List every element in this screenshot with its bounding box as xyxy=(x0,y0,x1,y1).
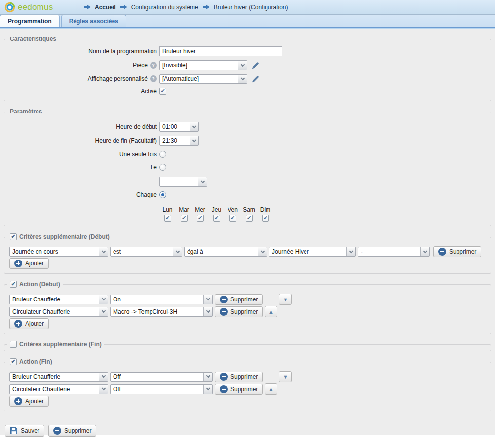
edit-pencil-icon[interactable] xyxy=(251,75,260,83)
start-time-select[interactable]: 01:00 xyxy=(159,122,199,132)
chevron-down-icon[interactable] xyxy=(238,75,247,83)
section-criteres-fin: Critères supplémentaire (Fin) xyxy=(4,341,491,351)
display-select[interactable]: [Automatique] xyxy=(159,74,247,84)
chevron-down-icon[interactable] xyxy=(99,385,108,394)
section-caracteristiques-legend: Caractéristiques xyxy=(7,36,59,42)
once-radio[interactable] xyxy=(159,151,166,158)
day-mar: Mar xyxy=(176,206,192,222)
day-jeu-checkbox[interactable] xyxy=(213,215,220,222)
day-mar-checkbox[interactable] xyxy=(181,215,188,222)
day-dim-checkbox[interactable] xyxy=(262,215,269,222)
action-value-select[interactable]: On xyxy=(110,295,213,304)
room-select[interactable]: [Invisible] xyxy=(159,60,247,70)
chevron-down-icon[interactable] xyxy=(190,136,198,145)
chevron-down-icon[interactable] xyxy=(258,247,267,256)
chevron-down-icon[interactable] xyxy=(203,385,212,394)
day-ven-checkbox[interactable] xyxy=(229,215,236,222)
active-checkbox[interactable] xyxy=(159,88,166,95)
delete-action-button[interactable]: Supprimer xyxy=(215,372,263,382)
logo-text: eedomus xyxy=(18,2,53,12)
criteria-device-select[interactable]: Journée en cours xyxy=(9,247,108,257)
action-device-select[interactable]: Bruleur Chaufferie xyxy=(9,295,108,304)
action-debut-checkbox[interactable] xyxy=(10,281,17,288)
move-down-button[interactable]: ▼ xyxy=(279,371,292,382)
delete-action-button[interactable]: Supprimer xyxy=(215,306,263,317)
on-date-radio[interactable] xyxy=(159,164,166,171)
help-icon[interactable] xyxy=(150,75,157,82)
action-fin-checkbox[interactable] xyxy=(10,358,17,365)
breadcrumb-item-current: Bruleur hiver (Configuration) xyxy=(214,4,288,11)
chevron-down-icon[interactable] xyxy=(99,247,108,256)
chevron-down-icon[interactable] xyxy=(99,295,108,304)
chevron-down-icon[interactable] xyxy=(190,122,198,131)
program-name-input[interactable] xyxy=(159,46,282,56)
criteria-verb-select[interactable]: est xyxy=(110,247,182,257)
add-action-button[interactable]: Ajouter xyxy=(9,318,49,329)
breadcrumb-arrow-icon xyxy=(83,4,91,10)
action-value-select[interactable]: Off xyxy=(110,372,213,382)
chevron-down-icon[interactable] xyxy=(203,295,212,304)
tab-regles-associees[interactable]: Règles associées xyxy=(61,15,126,27)
tab-bar: Programmation Règles associées xyxy=(0,15,495,28)
day-lun-checkbox[interactable] xyxy=(164,215,171,222)
tab-programmation[interactable]: Programmation xyxy=(0,15,60,27)
move-up-button[interactable]: ▲ xyxy=(265,306,277,317)
chevron-down-icon[interactable] xyxy=(420,247,429,256)
chevron-down-icon[interactable] xyxy=(203,307,212,316)
eedomus-config-page: eedomus Accueil Configuration du système… xyxy=(0,0,495,448)
chevron-down-icon[interactable] xyxy=(238,61,247,70)
section-action-fin: Action (Fin) Bruleur Chaufferie Off Supp… xyxy=(4,358,491,411)
criteres-fin-checkbox[interactable] xyxy=(10,341,17,348)
room-label: Pièce xyxy=(9,62,157,69)
plus-circle-icon xyxy=(14,260,22,267)
action-value-select[interactable]: Macro -> TempCircul-3H xyxy=(110,307,213,317)
day-mer-checkbox[interactable] xyxy=(197,215,204,222)
section-action-debut: Action (Début) Bruleur Chaufferie On Sup… xyxy=(4,281,491,334)
eedomus-logo-icon xyxy=(4,2,15,13)
end-time-select[interactable]: 21:30 xyxy=(159,136,199,146)
section-parametres: Paramètres Heure de début 01:00 Heure de… xyxy=(4,108,491,226)
section-parametres-legend: Paramètres xyxy=(7,108,44,115)
delete-criteria-button[interactable]: Supprimer xyxy=(433,246,481,257)
help-icon[interactable] xyxy=(150,62,157,69)
action-device-select[interactable]: Circulateur Chaufferie xyxy=(9,307,108,317)
date-select[interactable] xyxy=(159,177,207,187)
breadcrumb-item-configuration[interactable]: Configuration du système xyxy=(131,4,198,11)
criteria-operator-select[interactable]: égal à xyxy=(184,247,267,257)
action-row: Circulateur Chaufferie Macro -> TempCirc… xyxy=(9,306,486,317)
start-time-label: Heure de début xyxy=(9,123,157,130)
edit-pencil-icon[interactable] xyxy=(251,61,260,70)
chevron-down-icon[interactable] xyxy=(203,373,212,381)
save-floppy-icon xyxy=(10,427,18,435)
section-criteres-debut-legend: Critères supplémentaire (Début) xyxy=(19,233,110,240)
criteria-value-select[interactable]: Journée Hiver xyxy=(269,247,356,257)
action-device-select[interactable]: Bruleur Chaufferie xyxy=(9,372,108,382)
action-value-select[interactable]: Off xyxy=(110,384,213,394)
delete-action-button[interactable]: Supprimer xyxy=(215,384,263,395)
chevron-down-icon[interactable] xyxy=(99,307,108,316)
minus-circle-icon xyxy=(220,308,228,316)
chevron-down-icon[interactable] xyxy=(99,373,108,381)
chevron-down-icon[interactable] xyxy=(173,247,182,256)
breadcrumb: Accueil Configuration du système Bruleur… xyxy=(83,4,288,11)
breadcrumb-item-accueil[interactable]: Accueil xyxy=(95,4,116,11)
delete-action-button[interactable]: Supprimer xyxy=(215,294,263,305)
section-criteres-debut: Critères supplémentaire (Début) Journée … xyxy=(4,233,491,274)
add-criteria-button[interactable]: Ajouter xyxy=(9,258,49,269)
eedomus-logo[interactable]: eedomus xyxy=(4,2,74,13)
day-sam-checkbox[interactable] xyxy=(246,215,253,222)
move-down-button[interactable]: ▼ xyxy=(279,294,292,305)
action-device-select[interactable]: Circulateur Chaufferie xyxy=(9,384,108,394)
day-sam: Sam xyxy=(241,206,257,222)
criteria-extra-select[interactable]: - xyxy=(358,247,430,257)
chevron-down-icon[interactable] xyxy=(198,177,207,186)
delete-program-button[interactable]: Supprimer xyxy=(48,425,96,437)
chevron-down-icon[interactable] xyxy=(346,247,355,256)
save-button[interactable]: Sauver xyxy=(5,425,44,437)
each-radio[interactable] xyxy=(159,191,166,198)
add-action-button[interactable]: Ajouter xyxy=(9,396,49,407)
minus-circle-icon xyxy=(220,296,228,303)
criteres-debut-checkbox[interactable] xyxy=(10,233,17,240)
move-up-button[interactable]: ▲ xyxy=(265,383,277,395)
main-content: Caractéristiques Nom de la programmation… xyxy=(0,29,495,435)
